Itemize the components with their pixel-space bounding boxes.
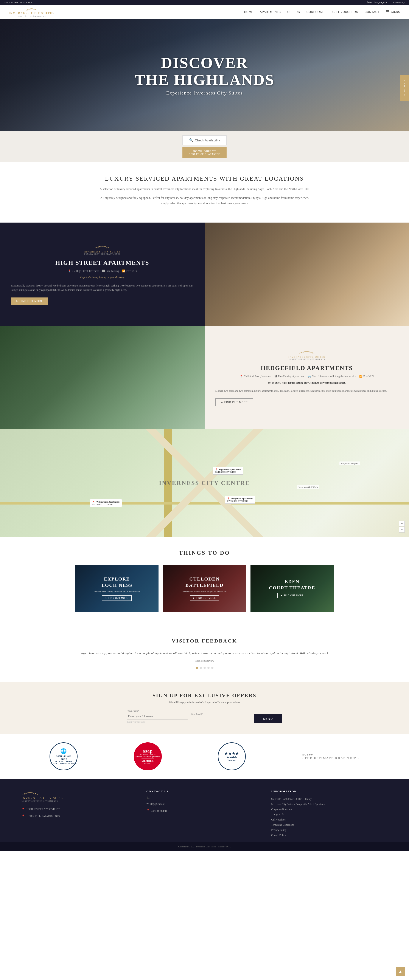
bus-icon: 🚌 (308, 375, 311, 378)
hf-brand: INVERNESS CITY SUITES Luxury Serviced Ap… (216, 349, 398, 360)
nav-gift-vouchers[interactable]: Gift Vouchers (332, 10, 358, 14)
hedgefield-section: INVERNESS CITY SUITES Luxury Serviced Ap… (0, 326, 409, 429)
culloden-find-btn[interactable]: ➤ FIND OUT MORE (190, 595, 219, 601)
footer-info-link-1[interactable]: Inverness City Suites – Frequently Asked… (271, 803, 325, 806)
accessibility-link[interactable]: Accessibility (392, 1, 405, 4)
arrow-icon-5: ➤ (281, 594, 283, 597)
footer-col-3: INFORMATION Stay with Confidence – COVID… (271, 790, 387, 838)
footer-info-link-7[interactable]: Cookie Policy (271, 834, 286, 837)
dot-1[interactable] (196, 667, 198, 669)
map-zoom-in[interactable]: + (399, 521, 405, 527)
dot-3[interactable] (203, 667, 206, 669)
pin-icon-2: 📍 (240, 375, 243, 378)
hf-find-out-button[interactable]: ➤ FIND OUT MORE (216, 398, 253, 406)
signup-heading: Sign up for Exclusive Offers (43, 693, 366, 698)
footer-link-high-street[interactable]: 📍 HIGH STREET APARTMENTS (22, 807, 138, 812)
intro-heading: Luxury Serviced Apartments with Great Lo… (97, 175, 312, 182)
map-pin-hedgefield[interactable]: Hedgefield Apartments INVERNESS CITY SUI… (225, 496, 255, 504)
intro-section: Luxury Serviced Apartments with Great Lo… (54, 162, 355, 223)
hs-brand: INVERNESS CITY SUITES Luxury Serviced Ap… (11, 243, 194, 255)
eden-court-title: EDENCOURT THEATRE (269, 579, 315, 591)
footer-info-link-2[interactable]: Corporate Bookings (271, 808, 292, 811)
things-grid: EXPLORELOCH NESS the loch ness family at… (75, 565, 334, 612)
arrow-icon: ➤ (16, 300, 18, 302)
hero-headline: DISCOVER THE HIGHLANDS (134, 54, 275, 89)
send-button[interactable]: Send (254, 714, 282, 723)
loch-ness-card[interactable]: EXPLORELOCH NESS the loch ness family at… (75, 565, 159, 612)
feedback-source: Hotel.com Review (65, 659, 344, 662)
footer-logo: INVERNESS CITY SUITES Luxury Serviced Ap… (22, 790, 138, 802)
footer-apt-links: 📍 HIGH STREET APARTMENTS 📍 HEDGEFIELD AP… (22, 807, 138, 819)
book-now-side-btn[interactable]: Book Now (400, 75, 409, 101)
hospital-label: Raigmore Hospital (339, 461, 360, 465)
menu-label: Menu (391, 10, 400, 14)
footer-info-link-4[interactable]: Gift Vouchers (271, 818, 286, 821)
email-input[interactable] (191, 716, 251, 723)
hf-logo-icon (298, 349, 315, 354)
name-label: Your Name* (127, 710, 188, 712)
footer-info-link-6[interactable]: Privacy Policy (271, 829, 286, 832)
map-zoom-out[interactable]: − (399, 527, 405, 533)
language-selector[interactable]: Select Language (366, 1, 388, 4)
tagline: STAY WITH CONFIDENCE... (4, 1, 34, 4)
loch-ness-overlay: EXPLORELOCH NESS the loch ness family at… (75, 565, 159, 612)
footer-email[interactable]: ✉ stay@ics.scot (147, 801, 263, 807)
loch-ness-find-btn[interactable]: ➤ FIND OUT MORE (102, 595, 132, 601)
nav-apartments[interactable]: Apartments (260, 10, 281, 14)
nav-contact[interactable]: Contact (364, 10, 380, 14)
wifi-icon-2: 📶 (359, 375, 363, 378)
dot-4[interactable] (208, 667, 209, 669)
footer-info-link-3[interactable]: Things to do (271, 813, 284, 816)
golf-club-label: Inverness Golf Club (297, 485, 319, 489)
nav-home[interactable]: Home (244, 10, 253, 14)
logo-name: INVERNESS CITY SUITES (9, 12, 54, 15)
footer-link-hedgefield[interactable]: 📍 HEDGEFIELD APARTMENTS (22, 813, 138, 819)
eden-court-find-btn[interactable]: ➤ FIND OUT MORE (277, 593, 307, 598)
check-availability-button[interactable]: 🔍 Check Availability (182, 135, 227, 145)
map-center-label: INVERNESS CITY CENTRE (159, 480, 250, 487)
map-section: INVERNESS CITY CENTRE High Street Apartm… (0, 429, 409, 537)
footer-location[interactable]: 📍 How to find us (147, 808, 263, 813)
parking-icon: 🅿 (102, 269, 105, 273)
name-input[interactable] (127, 713, 188, 720)
hs-description: Exceptionally spacious, luxury, one and … (11, 283, 194, 292)
hs-logo-icon (94, 243, 111, 248)
dot-2[interactable] (200, 667, 202, 669)
footer-col-2: CONTACT US 📞 ✉ stay@ics.scot 📍 How to fi… (147, 790, 263, 838)
footer-info-link-5[interactable]: Terms and Conditions (271, 823, 294, 826)
feedback-carousel-dots (65, 667, 344, 669)
high-street-card: INVERNESS CITY SUITES Luxury Serviced Ap… (0, 223, 204, 326)
hero-section: DISCOVER THE HIGHLANDS Experience Invern… (0, 19, 409, 131)
nc500-badge: NC500 • THE ULTIMATE ROAD TRIP • (302, 753, 359, 760)
loch-ness-title: EXPLORELOCH NESS (101, 576, 132, 588)
footer-bottom: Copyright © 2021 Inverness City Suites |… (0, 842, 409, 851)
hf-title: HEDGEFIELD APARTMENTS (216, 364, 398, 372)
book-direct-button[interactable]: BOOK DIRECT BEST PRICE GUARANTEE (182, 147, 226, 158)
nav-corporate[interactable]: Corporate (307, 10, 326, 14)
footer-info-list: Stay with Confidence – COVID Policy Inve… (271, 796, 387, 838)
hs-find-out-button[interactable]: ➤ FIND OUT MORE (11, 298, 48, 305)
footer-email-link[interactable]: stay@ics.scot (150, 801, 165, 807)
nav-menu-toggle[interactable]: ☰ Menu (386, 10, 400, 14)
map-pin-high-street[interactable]: High Street Apartments INVERNESS CITY SU… (212, 467, 243, 475)
footer-info-heading: INFORMATION (271, 790, 387, 793)
arrow-icon-3: ➤ (105, 597, 107, 599)
hedgefield-card: INVERNESS CITY SUITES Luxury Serviced Ap… (204, 326, 409, 429)
high-street-section: INVERNESS CITY SUITES Luxury Serviced Ap… (0, 223, 409, 326)
badges-section: 🌐 COMPLIANCE isaap ACCREDITATION with 20… (0, 734, 409, 779)
badge-compliance: 🌐 COMPLIANCE isaap ACCREDITATION with 20… (50, 742, 78, 770)
footer-location-link[interactable]: How to find us (152, 808, 167, 813)
eden-court-card[interactable]: EDENCOURT THEATRE ➤ FIND OUT MORE (251, 565, 334, 612)
things-to-do-section: THINGS TO DO EXPLORELOCH NESS the loch n… (0, 537, 409, 625)
site-logo[interactable]: INVERNESS CITY SUITES Luxury Serviced Ap… (9, 6, 54, 17)
footer-info-link-0[interactable]: Stay with Confidence – COVID Policy (271, 797, 312, 800)
nav-offers[interactable]: Offers (287, 10, 300, 14)
compliance-badge: 🌐 COMPLIANCE isaap ACCREDITATION with 20… (50, 742, 78, 770)
eden-court-overlay: EDENCOURT THEATRE ➤ FIND OUT MORE (251, 565, 334, 612)
email-icon: ✉ (147, 802, 149, 805)
dot-5[interactable] (211, 667, 213, 669)
culloden-card[interactable]: CULLODENBATTLEFIELD the scene of the las… (163, 565, 246, 612)
intro-para1: A selection of luxury serviced apartment… (97, 186, 312, 192)
footer-contact-heading: CONTACT US (147, 790, 263, 793)
map-pin-wellingtonia[interactable]: Wellingtonia Apartments INVERNESS CITY S… (90, 499, 122, 507)
